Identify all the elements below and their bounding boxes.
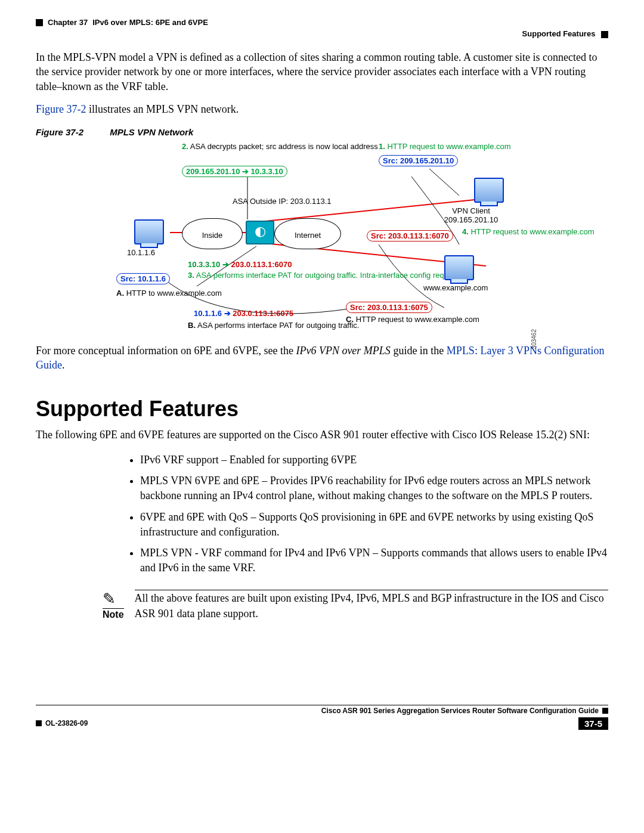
footer-square-icon-2	[36, 720, 42, 726]
diagram-note-4: 4. HTTP request to www.example.com	[462, 227, 540, 236]
nat-line-6070-a: 10.3.3.10 ➔	[188, 260, 231, 269]
note3-text: ASA performs interface PAT for outgoing …	[196, 271, 452, 280]
noteA-num: A.	[116, 289, 124, 298]
note4-num: 4.	[462, 227, 469, 236]
src-pill-209: Src: 209.165.201.10	[379, 155, 458, 166]
nat-line-6075: 10.1.1.6 ➔ 203.0.113.1:6075	[194, 309, 293, 318]
supported-features-heading: Supported Features	[36, 397, 608, 422]
diagram-note-B: B. ASA performs interface PAT for outgoi…	[188, 321, 331, 330]
header-line2: Supported Features	[36, 29, 608, 38]
nat-line-6070: 10.3.3.10 ➔ 203.0.113.1:6070	[188, 260, 292, 269]
vpn-client-ip: 209.165.201.10	[444, 215, 498, 224]
note4-text: HTTP request to www.example.com	[470, 227, 594, 236]
page-footer: Cisco ASR 901 Series Aggregation Service…	[36, 705, 608, 730]
vpn-client-label: VPN Client 209.165.201.10	[423, 206, 519, 224]
figure-label: Figure 37-2	[36, 127, 83, 137]
asa-device-icon: ◐	[246, 221, 274, 244]
header-subtitle: Supported Features	[522, 29, 596, 38]
figure-image-id: 303462	[531, 329, 537, 349]
note1-text: HTTP request to www.example.com	[387, 142, 510, 151]
footer-book-title: Cisco ASR 901 Series Aggregation Service…	[36, 707, 599, 715]
feature-item-1: IPv6 VRF support – Enabled for supportin…	[140, 453, 608, 467]
note-label: Note	[103, 608, 124, 620]
noteB-num: B.	[188, 321, 196, 330]
mpls-vpn-network-diagram: 2. ASA decrypts packet; src address is n…	[128, 142, 534, 339]
note-block: ✎ Note All the above features are built …	[103, 590, 608, 621]
vpn-client-text: VPN Client	[452, 206, 490, 215]
features-list: IPv6 VRF support – Enabled for supportin…	[128, 453, 608, 575]
nat-line-6075-a: 10.1.1.6 ➔	[194, 309, 233, 318]
afterfig-a: For more conceptual information on 6PE a…	[36, 345, 296, 357]
diagram-note-A: A. HTTP to www.example.com	[116, 289, 206, 298]
note-pencil-icon: ✎	[103, 590, 124, 608]
inside-host-ip: 10.1.1.6	[127, 248, 155, 257]
footer-doc-number: OL-23826-09	[45, 719, 88, 727]
feature-item-2: MPLS VPN 6VPE and 6PE – Provides IPV6 re…	[140, 473, 608, 503]
afterfig-c: .	[62, 359, 65, 371]
feature-item-3: 6VPE and 6PE with QoS – Supports QoS pro…	[140, 510, 608, 540]
nat-pill-top: 209.165.201.10 ➔ 10.3.3.10	[182, 166, 287, 177]
noteC-text: HTTP request to www.example.com	[356, 315, 479, 324]
cloud-inside-label: Inside	[202, 231, 223, 240]
asa-outside-ip: ASA Outside IP: 203.0.113.1	[233, 197, 332, 206]
intro-paragraph-2: Figure 37-2 illustrates an MPLS VPN netw…	[36, 102, 608, 116]
diagram-note-1: 1. HTTP request to www.example.com	[379, 142, 511, 151]
intro-p2-tail: illustrates an MPLS VPN network.	[86, 103, 239, 115]
src-pill-6070: Src: 203.0.113.1:6070	[367, 230, 453, 241]
note3-num: 3.	[188, 271, 194, 280]
www-example-device-icon	[444, 255, 474, 280]
www-example-label: www.example.com	[423, 283, 488, 292]
src-pill-10116: Src: 10.1.1.6	[116, 273, 170, 284]
header-bar-icon-2	[601, 31, 608, 38]
cloud-inside: Inside	[182, 218, 243, 249]
page-header: Chapter 37 IPv6 over MPLS: 6PE and 6VPE …	[36, 18, 608, 38]
nat-line-6070-b: 203.0.113.1:6070	[231, 260, 292, 269]
cloud-internet: Internet	[274, 218, 341, 249]
nat-line-6075-b: 203.0.113.1:6075	[233, 309, 293, 318]
inside-host-device-icon	[134, 219, 164, 244]
note2-text: ASA decrypts packet; src address is now …	[190, 142, 378, 151]
note-text: All the above features are built upon ex…	[135, 590, 608, 621]
feature-item-4: MPLS VPN - VRF command for IPv4 and IPv6…	[140, 546, 608, 575]
intro-paragraph-1: In the MPLS-VPN model a VPN is defined a…	[36, 50, 608, 94]
header-line1: Chapter 37 IPv6 over MPLS: 6PE and 6VPE	[36, 18, 608, 27]
noteB-text: ASA performs interface PAT for outgoing …	[197, 321, 359, 330]
src-pill-6075: Src: 203.0.113.1:6075	[346, 302, 432, 313]
noteA-text: HTTP to www.example.com	[126, 289, 222, 298]
post-figure-paragraph: For more conceptual information on 6PE a…	[36, 343, 608, 373]
features-intro: The following 6PE and 6VPE features are …	[36, 428, 608, 442]
figure-caption: Figure 37-2 MPLS VPN Network	[36, 127, 608, 137]
note1-num: 1.	[379, 142, 385, 151]
header-bar-icon	[36, 19, 43, 26]
figure-reference-link[interactable]: Figure 37-2	[36, 103, 86, 115]
afterfig-italic: IPv6 VPN over MPLS	[296, 345, 390, 357]
cloud-internet-label: Internet	[295, 231, 321, 240]
chapter-label: Chapter 37	[48, 18, 88, 27]
vpn-client-device-icon	[474, 178, 504, 203]
chapter-title: IPv6 over MPLS: 6PE and 6VPE	[92, 18, 208, 27]
note2-num: 2.	[182, 142, 188, 151]
figure-title: MPLS VPN Network	[110, 127, 193, 137]
diagram-note-2: 2. ASA decrypts packet; src address is n…	[182, 142, 337, 151]
diagram-note-C: C. HTTP request to www.example.com	[346, 315, 479, 324]
svg-line-1	[429, 169, 459, 196]
footer-page-number: 37-5	[578, 717, 608, 730]
diagram-note-3: 3. ASA performs interface PAT for outgoi…	[188, 271, 373, 280]
afterfig-b: guide in the	[391, 345, 447, 357]
footer-square-icon-1	[602, 708, 608, 714]
